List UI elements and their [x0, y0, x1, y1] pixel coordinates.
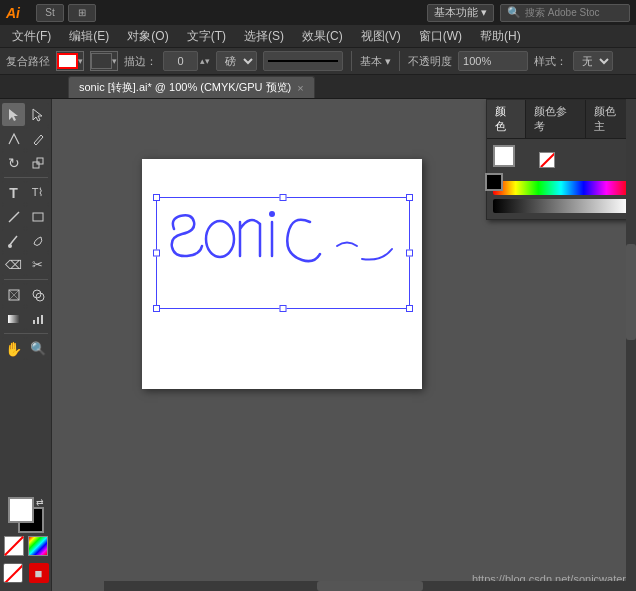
foreground-swatch[interactable]	[8, 497, 34, 523]
h-scroll-thumb[interactable]	[317, 581, 423, 591]
pencil-tool[interactable]	[26, 127, 49, 150]
describe-unit-select[interactable]: 磅	[216, 51, 257, 71]
line-label: 基本 ▾	[360, 54, 391, 69]
describe-control[interactable]: ▴▾	[163, 51, 210, 71]
style-select[interactable]: 无	[573, 51, 613, 71]
line-preview[interactable]	[263, 51, 343, 71]
erase-tool[interactable]: ⌫	[2, 253, 25, 276]
cp-fg-swatch[interactable]	[493, 145, 515, 167]
cp-bg-swatch[interactable]	[485, 173, 503, 191]
stroke-arrow-1: ▾	[78, 56, 83, 66]
tab-close-btn[interactable]: ×	[297, 82, 303, 94]
tool-divider-3	[4, 333, 48, 334]
style-label: 样式：	[534, 54, 567, 69]
color-tab[interactable]: 颜色	[487, 100, 526, 138]
handle-br[interactable]	[406, 305, 413, 312]
free-transform-tool[interactable]	[2, 283, 25, 306]
path-label: 复合路径	[6, 54, 50, 69]
hand-tool[interactable]: ✋	[2, 337, 25, 360]
type-path-tool[interactable]: T⌇	[26, 181, 49, 204]
svg-rect-2	[33, 162, 39, 168]
fg-bg-swatches[interactable]: ⇄	[8, 497, 44, 533]
handle-tl[interactable]	[153, 194, 160, 201]
options-bar: 复合路径 ▾ ▾ 描边： ▴▾ 磅 基本 ▾ 不透明度 样式： 无	[0, 47, 636, 75]
svg-rect-5	[33, 213, 43, 221]
tool-row-rotate2	[2, 283, 49, 306]
describe-arrows[interactable]: ▴▾	[200, 56, 210, 66]
fill-none-icon[interactable]	[3, 563, 23, 583]
color-mode-btn[interactable]	[28, 536, 48, 556]
handle-bl[interactable]	[153, 305, 160, 312]
select-tool[interactable]	[2, 103, 25, 126]
v-scroll-thumb[interactable]	[626, 244, 636, 340]
cp-none-swatch[interactable]	[539, 152, 555, 168]
stroke-preview-2	[91, 53, 112, 69]
none-swatch[interactable]	[4, 536, 24, 556]
pen-tool[interactable]	[2, 127, 25, 150]
svg-rect-12	[37, 317, 39, 324]
color-ref-tab[interactable]: 颜色参考	[526, 100, 586, 138]
gray-bar[interactable]	[493, 199, 629, 213]
line-tool[interactable]	[2, 205, 25, 228]
tool-row-chart	[2, 307, 49, 330]
menu-select[interactable]: 选择(S)	[236, 26, 292, 47]
opacity-input[interactable]	[458, 51, 528, 71]
svg-marker-1	[33, 109, 42, 121]
direct-select-tool[interactable]	[26, 103, 49, 126]
blob-brush-tool[interactable]	[26, 229, 49, 252]
color-panel-body	[487, 139, 635, 219]
scale-tool[interactable]	[26, 151, 49, 174]
describe-input[interactable]	[163, 51, 198, 71]
fill-color-icon[interactable]: ■	[29, 563, 49, 583]
v-scrollbar[interactable]	[626, 99, 636, 581]
handle-bc[interactable]	[280, 305, 287, 312]
menu-bar: 文件(F) 编辑(E) 对象(O) 文字(T) 选择(S) 效果(C) 视图(V…	[0, 25, 636, 47]
handle-tr[interactable]	[406, 194, 413, 201]
menu-view[interactable]: 视图(V)	[353, 26, 409, 47]
search-bar[interactable]: 🔍 搜索 Adobe Stoc	[500, 4, 630, 22]
grid-btn[interactable]: ⊞	[68, 4, 96, 22]
menu-window[interactable]: 窗口(W)	[411, 26, 470, 47]
svg-rect-3	[37, 158, 43, 164]
title-bar: Ai St ⊞ 基本功能 ▾ 🔍 搜索 Adobe Stoc	[0, 0, 636, 25]
menu-edit[interactable]: 编辑(E)	[61, 26, 117, 47]
ai-logo: Ai	[6, 5, 28, 21]
describe-label: 描边：	[124, 54, 157, 69]
h-scrollbar[interactable]	[104, 581, 636, 591]
rotate-tool[interactable]: ↻	[2, 151, 25, 174]
options-divider-2	[399, 51, 400, 71]
menu-type[interactable]: 文字(T)	[179, 26, 234, 47]
none-swatch-container	[4, 536, 24, 556]
svg-point-16	[269, 211, 275, 217]
type-tool[interactable]: T	[2, 181, 25, 204]
menu-object[interactable]: 对象(O)	[119, 26, 176, 47]
rect-tool[interactable]	[26, 205, 49, 228]
spectrum-bar[interactable]	[493, 181, 629, 195]
tool-row-nav: ✋ 🔍	[2, 337, 49, 360]
st-btn[interactable]: St	[36, 4, 64, 22]
shape-builder-tool[interactable]	[26, 283, 49, 306]
svg-marker-0	[9, 109, 18, 121]
svg-line-4	[9, 212, 19, 222]
stroke-icon-2[interactable]: ▾	[90, 51, 118, 71]
chart-tool[interactable]	[26, 307, 49, 330]
tool-row-type: T T⌇	[2, 181, 49, 204]
canvas-area[interactable]: https://blog.csdn.net/sonicwater 颜色 颜色参考…	[52, 99, 636, 591]
scissors-tool[interactable]: ✂	[26, 253, 49, 276]
menu-file[interactable]: 文件(F)	[4, 26, 59, 47]
stroke-arrow-2: ▾	[112, 56, 117, 66]
handle-ml[interactable]	[153, 250, 160, 257]
swap-colors-icon[interactable]: ⇄	[36, 497, 44, 507]
stroke-icon-1[interactable]: ▾	[56, 51, 84, 71]
tab-bar: sonic [转换].ai* @ 100% (CMYK/GPU 预览) ×	[0, 75, 636, 99]
handle-tc[interactable]	[280, 194, 287, 201]
zoom-tool[interactable]: 🔍	[26, 337, 49, 360]
cp-swatch-stack	[493, 145, 529, 175]
menu-effect[interactable]: 效果(C)	[294, 26, 351, 47]
brush-tool[interactable]	[2, 229, 25, 252]
document-tab[interactable]: sonic [转换].ai* @ 100% (CMYK/GPU 预览) ×	[68, 76, 315, 98]
gradient-tool[interactable]	[2, 307, 25, 330]
workspace-selector[interactable]: 基本功能 ▾	[427, 4, 494, 22]
title-bar-right: 基本功能 ▾ 🔍 搜索 Adobe Stoc	[427, 4, 630, 22]
menu-help[interactable]: 帮助(H)	[472, 26, 529, 47]
